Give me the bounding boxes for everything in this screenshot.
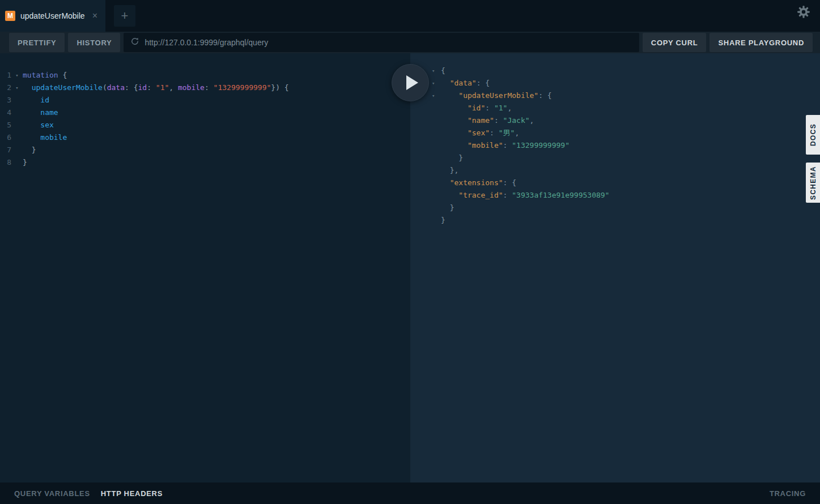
line-number: 8: [3, 156, 11, 169]
code-text: "data": {: [441, 77, 490, 89]
code-text: "sex": "男",: [441, 127, 519, 139]
execute-query-button[interactable]: [392, 64, 429, 101]
graphql-playground-window: M updateUserMobile × + PRETTIFY HISTORY: [0, 0, 820, 504]
code-text: id: [23, 94, 49, 106]
http-headers-tab[interactable]: HTTP HEADERS: [101, 489, 163, 498]
result-line: "name": "Jack",: [432, 114, 820, 127]
result-line: }: [432, 152, 820, 164]
tabbar-spacer: [135, 0, 796, 32]
fold-arrow-icon[interactable]: ▾: [11, 69, 23, 82]
result-line: ▾ "data": {: [432, 77, 820, 89]
result-line: }: [432, 214, 820, 227]
code-text: sex: [23, 119, 54, 131]
code-text: }: [23, 144, 36, 156]
tab-update-user-mobile[interactable]: M updateUserMobile ×: [0, 0, 105, 32]
query-line: 1▾mutation {: [0, 69, 410, 82]
result-line: "extensions": {: [432, 177, 820, 189]
result-line: "trace_id": "3933af13e91e99953089": [432, 189, 820, 202]
new-tab-button[interactable]: +: [114, 5, 135, 27]
fold-arrow-icon[interactable]: ▾: [432, 65, 441, 77]
query-line: 4 name: [0, 106, 410, 119]
result-line: "id": "1",: [432, 102, 820, 114]
result-line: "sex": "男",: [432, 127, 820, 139]
settings-gear-icon[interactable]: [796, 5, 811, 22]
query-line: 6 mobile: [0, 131, 410, 144]
result-line: ▾{: [432, 65, 820, 77]
line-number: 1: [3, 69, 11, 82]
schema-tab[interactable]: SCHEMA: [806, 163, 820, 203]
reload-icon[interactable]: [130, 37, 139, 48]
code-text: }: [441, 152, 463, 164]
code-text: {: [441, 65, 445, 77]
result-line: ▾ "updateUserMobile": {: [432, 89, 820, 102]
schema-tab-label: SCHEMA: [809, 166, 817, 200]
copy-curl-button[interactable]: COPY CURL: [643, 33, 707, 52]
bottom-bar: QUERY VARIABLES HTTP HEADERS TRACING: [0, 482, 820, 504]
query-line: 3 id: [0, 94, 410, 106]
line-number: 6: [3, 131, 11, 144]
query-line: 8}: [0, 156, 410, 169]
share-playground-button[interactable]: SHARE PLAYGROUND: [709, 33, 813, 52]
code-text: "updateUserMobile": {: [441, 89, 552, 102]
result-line: "mobile": "13299999999": [432, 139, 820, 152]
code-text: mobile: [23, 131, 67, 144]
line-number: 2: [3, 82, 11, 94]
code-text: "id": "1",: [441, 102, 512, 114]
endpoint-url-box: [124, 33, 639, 52]
code-text: "name": "Jack",: [441, 114, 534, 127]
tab-bar: M updateUserMobile × +: [0, 0, 820, 32]
query-line: 5 sex: [0, 119, 410, 131]
query-variables-tab[interactable]: QUERY VARIABLES: [14, 489, 90, 498]
plus-icon: +: [121, 10, 129, 22]
play-icon: [406, 75, 418, 90]
line-number: 3: [3, 94, 11, 106]
code-text: name: [23, 106, 58, 119]
query-line: 2▾ updateUserMobile(data: {id: "1", mobi…: [0, 82, 410, 94]
code-text: mutation {: [23, 69, 67, 82]
line-number: 7: [3, 144, 11, 156]
line-number: 4: [3, 106, 11, 119]
close-tab-icon[interactable]: ×: [92, 11, 97, 21]
code-text: },: [441, 164, 458, 177]
result-line: }: [432, 202, 820, 214]
tab-title: updateUserMobile: [20, 11, 85, 20]
query-editor[interactable]: 1▾mutation {2▾ updateUserMobile(data: {i…: [0, 53, 410, 482]
toolbar: PRETTIFY HISTORY COPY CURL SHARE PLAYGRO…: [0, 32, 820, 53]
fold-arrow-icon[interactable]: ▾: [432, 77, 441, 89]
fold-arrow-icon[interactable]: ▾: [432, 89, 441, 102]
line-number: 5: [3, 119, 11, 131]
history-button[interactable]: HISTORY: [68, 33, 120, 52]
tracing-tab[interactable]: TRACING: [770, 489, 806, 498]
code-text: "trace_id": "3933af13e91e99953089": [441, 189, 609, 202]
result-line: },: [432, 164, 820, 177]
docs-tab[interactable]: DOCS: [806, 115, 820, 155]
code-text: }: [441, 214, 445, 227]
code-text: updateUserMobile(data: {id: "1", mobile:…: [23, 82, 289, 94]
mutation-badge: M: [5, 11, 15, 21]
endpoint-url-input[interactable]: [145, 38, 632, 47]
query-line: 7 }: [0, 144, 410, 156]
main-area: 1▾mutation {2▾ updateUserMobile(data: {i…: [0, 53, 820, 482]
code-text: "mobile": "13299999999": [441, 139, 570, 152]
code-text: }: [441, 202, 454, 214]
docs-tab-label: DOCS: [809, 123, 817, 146]
code-text: "extensions": {: [441, 177, 516, 189]
code-text: }: [23, 156, 27, 169]
response-viewer: ▾{▾ "data": {▾ "updateUserMobile": { "id…: [410, 53, 820, 482]
fold-arrow-icon[interactable]: ▾: [11, 82, 23, 94]
prettify-button[interactable]: PRETTIFY: [9, 33, 65, 52]
